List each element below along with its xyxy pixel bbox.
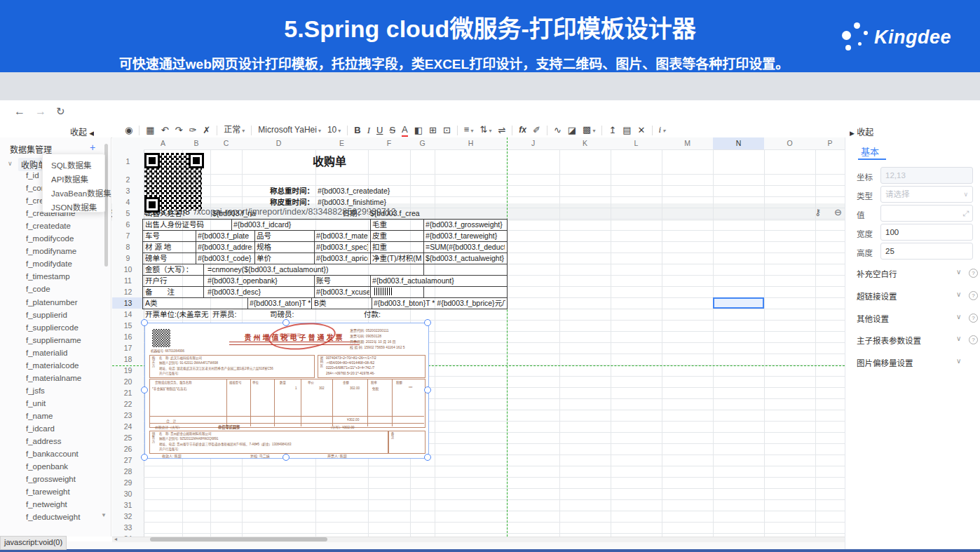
- sheet-cell[interactable]: #{bd003.f_xcuse: [316, 288, 369, 297]
- panel-section-1[interactable]: 补充空白行: [857, 268, 897, 279]
- row-header-10[interactable]: 10: [112, 264, 144, 276]
- dataset-tree-caret-icon[interactable]: ∨: [8, 160, 13, 167]
- sheet-cell[interactable]: =cnmoney(${bd003.f_actualamount}): [207, 265, 418, 274]
- delete-icon[interactable]: ✕: [638, 123, 646, 137]
- sheet-cell[interactable]: #{bd003.f_spec}: [316, 243, 368, 252]
- chart-icon[interactable]: ∿: [554, 123, 562, 137]
- clear-content-icon[interactable]: ✐: [533, 123, 540, 137]
- row-header-12[interactable]: 12: [112, 286, 144, 298]
- dataset-field[interactable]: f_createdate: [26, 222, 71, 230]
- strikethrough-button[interactable]: S: [389, 123, 395, 137]
- sheet-cell[interactable]: 称总重时间：: [244, 187, 314, 196]
- resize-handle[interactable]: [424, 454, 431, 461]
- column-header-G[interactable]: G: [410, 137, 435, 150]
- column-header-C[interactable]: C: [210, 137, 243, 150]
- sheet-cell[interactable]: #{bd003.f_mater: [316, 231, 368, 241]
- sheet-cell[interactable]: #{bd003.f_openbank}: [207, 276, 311, 285]
- image-icon[interactable]: ◪: [568, 123, 576, 137]
- bold-button[interactable]: B: [354, 123, 360, 137]
- sheet-cell[interactable]: #{bd003.f_finishtime}: [318, 198, 416, 207]
- section-help-icon[interactable]: ?: [969, 269, 978, 278]
- fill-color-icon[interactable]: ◧: [414, 123, 423, 137]
- row-header-16[interactable]: 16: [112, 331, 144, 343]
- panel-collapse-toggle[interactable]: ▶ 收起: [850, 126, 873, 137]
- menu-item-JSON[interactable]: JSON数据集: [51, 201, 97, 213]
- sheet-cell[interactable]: 日期：: [315, 209, 365, 218]
- qrcode-select[interactable]: ▩▾: [583, 122, 595, 138]
- sheet-cell[interactable]: 付款:: [364, 310, 399, 319]
- row-header-6[interactable]: 6: [112, 219, 144, 231]
- merge-cells-icon[interactable]: ⊡: [443, 123, 451, 137]
- row-header-28[interactable]: 28: [112, 466, 144, 478]
- column-header-J[interactable]: J: [507, 137, 560, 150]
- row-header-30[interactable]: 30: [112, 488, 144, 500]
- sheet-cell[interactable]: #{bd003.f_code}: [198, 254, 252, 263]
- preview-eye-icon[interactable]: ◉: [125, 123, 132, 137]
- italic-button[interactable]: I: [367, 123, 370, 137]
- column-header-B[interactable]: B: [182, 137, 211, 150]
- dataset-field[interactable]: f_unit: [26, 399, 46, 408]
- sheet-cell[interactable]: 毛重: [372, 220, 421, 229]
- sheet-cell[interactable]: 称皮重时间：: [244, 198, 314, 207]
- sheet-cell[interactable]: 开户行: [145, 276, 204, 285]
- save-icon[interactable]: ▦: [146, 123, 154, 137]
- barcode-image[interactable]: [374, 288, 393, 295]
- undo-icon[interactable]: ↶: [161, 123, 169, 137]
- dataset-field[interactable]: f_tareweight: [26, 487, 70, 496]
- sheet-cell[interactable]: 品号: [257, 231, 313, 241]
- row-header-11[interactable]: 11: [112, 275, 144, 287]
- resize-handle[interactable]: [141, 319, 148, 326]
- sheet-cell[interactable]: 开票员:: [212, 310, 254, 319]
- horizontal-scrollbar-thumb[interactable]: [150, 537, 327, 541]
- column-header-E[interactable]: E: [315, 137, 369, 150]
- column-header-P[interactable]: P: [815, 137, 845, 150]
- panel-section-2[interactable]: 超链接设置: [857, 290, 897, 302]
- sheet-cell[interactable]: 磅单号: [145, 254, 196, 263]
- dataset-field[interactable]: f_code: [26, 285, 50, 293]
- row-header-21[interactable]: 21: [112, 387, 144, 399]
- resize-handle[interactable]: [141, 454, 148, 461]
- resize-handle[interactable]: [424, 319, 431, 326]
- sheet-cell[interactable]: ${bd003.f_crea: [370, 209, 425, 218]
- dataset-field[interactable]: f_idcard: [26, 424, 55, 433]
- column-header-H[interactable]: H: [435, 137, 508, 150]
- resize-handle[interactable]: [283, 454, 290, 461]
- row-header-26[interactable]: 26: [112, 443, 144, 455]
- row-header-20[interactable]: 20: [112, 376, 144, 388]
- sheet-cell[interactable]: #{bd003.f_bton}T * #{bd003.f_bprice}元/T: [374, 299, 505, 308]
- section-chevron-icon[interactable]: ∨: [956, 290, 961, 298]
- dataset-field[interactable]: f_modifydate: [26, 260, 72, 268]
- back-button[interactable]: ←: [14, 105, 25, 118]
- resize-handle[interactable]: [283, 319, 290, 326]
- row-header-8[interactable]: 8: [112, 241, 144, 253]
- sheet-cell[interactable]: 金额（大写）：: [145, 265, 204, 274]
- sheet-cell[interactable]: #{bd003.f_aton}T * #{bd003.f_ap: [250, 299, 311, 308]
- add-dataset-button[interactable]: +: [90, 142, 95, 153]
- sheet-cell[interactable]: ${bd003.f_actualweight}: [426, 254, 505, 263]
- reload-button[interactable]: ↻: [56, 105, 65, 118]
- column-header-O[interactable]: O: [764, 137, 816, 150]
- row-header-29[interactable]: 29: [112, 477, 144, 489]
- row-header-14[interactable]: 14: [112, 309, 144, 321]
- sheet-cell[interactable]: B类: [314, 299, 369, 308]
- dataset-field[interactable]: f_modifycode: [26, 234, 74, 243]
- menu-item-JavaBean[interactable]: JavaBean数据集: [51, 187, 111, 198]
- dataset-field[interactable]: f_platenumber: [26, 298, 78, 307]
- sheet-cell[interactable]: 规格: [257, 243, 313, 252]
- sheet-cell[interactable]: ${bd003.f_na: [212, 209, 261, 218]
- height-input[interactable]: [880, 243, 973, 260]
- row-header-33[interactable]: 33: [112, 522, 144, 534]
- sheet-cell[interactable]: 单价: [257, 254, 313, 263]
- font-size-select[interactable]: 10▾: [327, 123, 341, 138]
- row-header-22[interactable]: 22: [112, 398, 144, 410]
- section-chevron-icon[interactable]: ∨: [956, 357, 961, 365]
- sheet-cell[interactable]: 账号: [316, 276, 368, 285]
- redo-icon[interactable]: ↷: [175, 123, 183, 137]
- sidebar-collapse-toggle[interactable]: 收起 ◀: [70, 126, 94, 137]
- panel-section-4[interactable]: 主子报表参数设置: [857, 335, 921, 346]
- value-input[interactable]: ⤢: [880, 205, 973, 222]
- invoice-image-object[interactable]: 机器编号: 66701064996贵州增值税电子普通发票织金县税务局发票代码: …: [144, 323, 429, 459]
- sheet-cell[interactable]: #{bd003.f_actualamount}: [372, 276, 502, 285]
- dataset-field[interactable]: f_grossweight: [26, 475, 76, 483]
- row-header-9[interactable]: 9: [112, 253, 144, 264]
